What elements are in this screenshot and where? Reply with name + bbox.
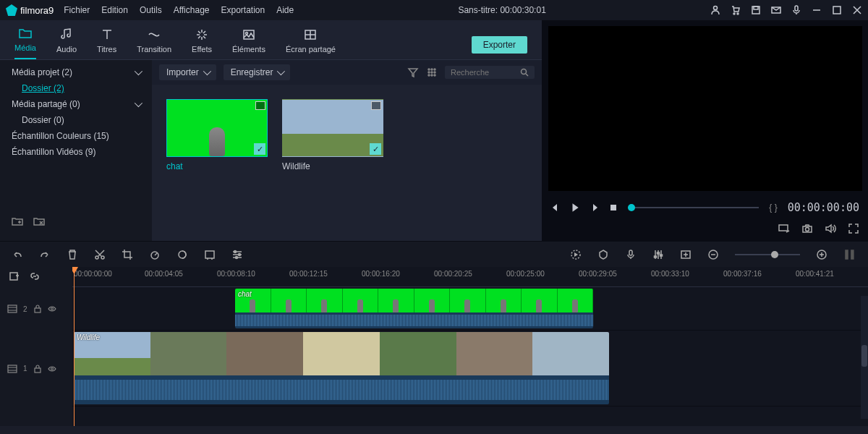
- search-input[interactable]: [451, 68, 516, 77]
- maximize-icon[interactable]: [832, 5, 842, 15]
- redo-icon[interactable]: [39, 249, 51, 260]
- lock-icon[interactable]: [33, 305, 42, 313]
- voice-icon[interactable]: [625, 249, 637, 260]
- menu-export[interactable]: Exportation: [221, 5, 265, 15]
- clip-wildlife[interactable]: Wildlife: [74, 332, 609, 404]
- svg-point-46: [51, 308, 53, 310]
- search-box[interactable]: [445, 66, 535, 79]
- track-area[interactable]: 00:00:00:00 00:00:04:05 00:00:08:10 00:0…: [72, 267, 868, 426]
- media-tree: Média projet (2) Dossier (2) Média parta…: [0, 60, 152, 241]
- zoom-out-icon[interactable]: [707, 249, 719, 260]
- export-button[interactable]: Exporter: [472, 36, 527, 54]
- scale-icon[interactable]: [843, 248, 856, 261]
- tree-item-shared-media[interactable]: Média partagé (0): [0, 96, 152, 112]
- marker-icon[interactable]: [597, 249, 609, 260]
- tab-titles[interactable]: Titres: [97, 27, 116, 59]
- svg-rect-36: [658, 252, 660, 254]
- speed-icon[interactable]: [149, 249, 161, 260]
- menu-tools[interactable]: Outils: [140, 5, 162, 15]
- thumbnail-chat[interactable]: ✓ chat: [166, 99, 268, 171]
- menu-file[interactable]: Fichier: [64, 5, 90, 15]
- svg-point-12: [431, 69, 433, 70]
- record-button[interactable]: Enregistrer: [224, 64, 291, 80]
- add-folder-icon[interactable]: [12, 216, 23, 229]
- menu-help[interactable]: Aide: [276, 5, 294, 15]
- tree-item-folder-selected[interactable]: Dossier (2): [0, 80, 152, 96]
- tab-elements[interactable]: Éléments: [232, 27, 265, 59]
- tab-effects[interactable]: Effets: [192, 27, 212, 59]
- settings-icon[interactable]: [231, 249, 243, 260]
- track-number: 2: [23, 305, 27, 313]
- svg-point-31: [239, 253, 241, 255]
- volume-icon[interactable]: [825, 223, 836, 237]
- user-icon[interactable]: [710, 5, 720, 15]
- next-frame-button[interactable]: [590, 203, 599, 212]
- track-1[interactable]: Wildlife: [72, 331, 868, 407]
- thumbnail-wildlife[interactable]: ✓ Wildlife: [282, 99, 383, 171]
- tab-transition[interactable]: Transition: [137, 27, 171, 59]
- mail-icon[interactable]: [771, 5, 781, 15]
- zoom-in-icon[interactable]: [816, 249, 827, 260]
- vertical-scrollbar[interactable]: [861, 296, 868, 419]
- color-icon[interactable]: [176, 249, 188, 260]
- preview-video[interactable]: [548, 26, 862, 191]
- svg-point-0: [714, 7, 718, 10]
- playhead[interactable]: [74, 267, 75, 426]
- save-icon[interactable]: [751, 5, 761, 15]
- filter-icon[interactable]: [407, 67, 419, 78]
- stop-button[interactable]: [609, 203, 618, 212]
- upper-area: Média Audio Titres Transition Effets Élé…: [0, 20, 868, 241]
- eye-icon[interactable]: [48, 305, 56, 313]
- eye-icon[interactable]: [48, 365, 56, 373]
- zoom-slider[interactable]: [735, 254, 800, 255]
- import-button[interactable]: Importer: [159, 64, 216, 80]
- remove-folder-icon[interactable]: [33, 216, 45, 229]
- tab-audio[interactable]: Audio: [56, 27, 77, 59]
- cut-icon[interactable]: [94, 249, 106, 260]
- play-button[interactable]: [570, 203, 580, 213]
- fullscreen-icon[interactable]: [848, 223, 859, 237]
- prev-frame-button[interactable]: [551, 203, 560, 212]
- crop-icon[interactable]: [122, 249, 133, 260]
- chevron-down-icon: [203, 67, 210, 75]
- tree-item-project-media[interactable]: Média projet (2): [0, 64, 152, 80]
- link-icon[interactable]: [29, 271, 41, 284]
- lock-icon[interactable]: [33, 365, 42, 373]
- clip-chat[interactable]: chat: [235, 289, 593, 328]
- snapshot-device-icon[interactable]: [778, 223, 790, 237]
- video-track-icon: [7, 304, 17, 314]
- track-2[interactable]: chat: [72, 287, 868, 331]
- svg-rect-35: [655, 256, 657, 258]
- grid-view-icon[interactable]: [426, 67, 438, 78]
- minimize-icon[interactable]: [812, 5, 822, 15]
- mic-icon[interactable]: [791, 5, 801, 15]
- add-track-icon[interactable]: [9, 271, 20, 284]
- add-media-icon[interactable]: [680, 249, 692, 260]
- cart-icon[interactable]: [731, 5, 741, 15]
- tab-media[interactable]: Média: [14, 26, 36, 59]
- track-header-2[interactable]: 2: [0, 287, 72, 331]
- chevron-down-icon: [135, 99, 142, 107]
- track-header-1[interactable]: 1: [0, 331, 72, 407]
- preview-scrubber[interactable]: [628, 207, 759, 208]
- window-controls: [710, 5, 862, 15]
- app-name: filmora9: [20, 5, 54, 16]
- tree-item-folder[interactable]: Dossier (0): [0, 112, 152, 128]
- undo-icon[interactable]: [12, 249, 23, 260]
- time-ruler[interactable]: 00:00:00:00 00:00:04:05 00:00:08:10 00:0…: [72, 267, 868, 287]
- check-icon: ✓: [254, 143, 265, 155]
- svg-point-15: [431, 72, 433, 73]
- svg-rect-6: [795, 6, 798, 11]
- tree-item-color-samples[interactable]: Échantillon Couleurs (15): [0, 128, 152, 144]
- tab-split-screen[interactable]: Écran partagé: [286, 27, 336, 59]
- menu-view[interactable]: Affichage: [174, 5, 210, 15]
- svg-rect-29: [205, 251, 214, 258]
- close-icon[interactable]: [852, 5, 862, 15]
- menu-edit[interactable]: Edition: [101, 5, 128, 15]
- greenscreen-icon[interactable]: [204, 249, 216, 260]
- render-icon[interactable]: [570, 249, 582, 260]
- delete-icon[interactable]: [67, 249, 78, 260]
- tree-item-video-samples[interactable]: Échantillon Vidéos (9): [0, 144, 152, 160]
- mixer-icon[interactable]: [652, 249, 664, 260]
- camera-icon[interactable]: [801, 223, 813, 237]
